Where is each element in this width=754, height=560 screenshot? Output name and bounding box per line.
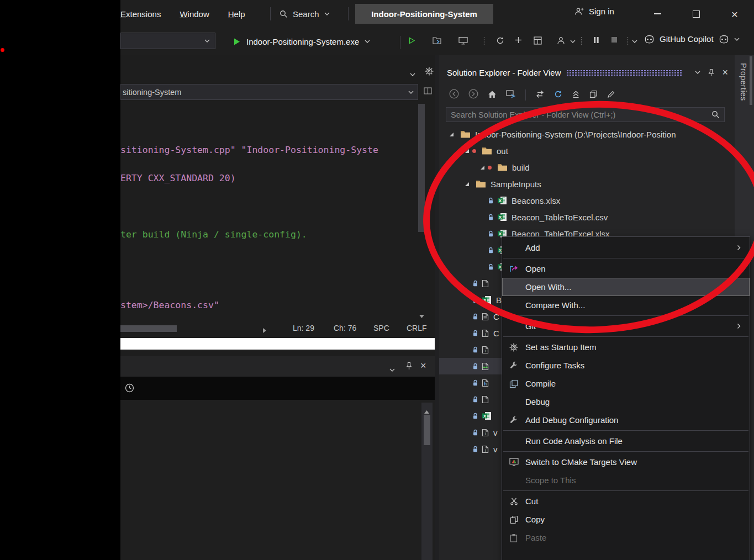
svg-text:X: X	[499, 198, 502, 203]
submenu-arrow-icon	[737, 323, 741, 329]
menu-item-label: Compare With...	[525, 300, 750, 310]
chevron-down-icon[interactable]	[632, 40, 637, 43]
horizontal-scrollbar-thumb[interactable]	[120, 325, 177, 332]
close-icon[interactable]: ×	[420, 360, 426, 372]
panel-scrollbar[interactable]	[421, 403, 433, 560]
collapse-all-icon[interactable]	[572, 90, 580, 101]
expander-icon[interactable]	[447, 132, 456, 137]
menu-item-add-debug-configuration[interactable]: Add Debug Configuration	[502, 411, 750, 429]
menu-item-compile[interactable]: Compile	[502, 374, 750, 393]
solution-explorer-search[interactable]	[446, 107, 725, 122]
menu-item-debug[interactable]: Debug	[502, 393, 750, 411]
monitor-icon[interactable]	[458, 36, 468, 45]
menu-item-run-code-analysis-on-file[interactable]: Run Code Analysis on File	[502, 432, 750, 450]
tree-item-beacons-xlsx[interactable]: XBeacons.xlsx	[439, 192, 735, 209]
menu-item-git[interactable]: Git	[502, 317, 750, 335]
add-icon[interactable]	[515, 36, 522, 44]
svg-text:X: X	[499, 215, 502, 220]
toolbar-grip[interactable]	[580, 36, 583, 46]
tree-item-build[interactable]: build	[439, 159, 735, 176]
chevron-down-icon[interactable]	[570, 40, 576, 43]
show-all-files-icon[interactable]	[589, 90, 598, 101]
github-copilot-button[interactable]: GitHub Copilot	[644, 34, 740, 44]
pin-icon[interactable]	[708, 68, 715, 77]
toolbar-grip[interactable]	[626, 36, 630, 46]
menu-item-switch-to-cmake-targets-view[interactable]: Switch to CMake Targets View	[502, 453, 750, 471]
panel-scrollbar-thumb[interactable]	[424, 415, 430, 445]
minimize-button[interactable]	[638, 0, 677, 28]
tree-item-label: Beacons.xlsx	[512, 196, 560, 205]
tree-item-indoor-positioning-system-d-projects-indoor-position[interactable]: Indoor-Positioning-System (D:\Projects\I…	[439, 126, 735, 142]
pause-icon[interactable]	[593, 36, 599, 44]
package-icon[interactable]	[534, 36, 542, 45]
titlebar-divider	[348, 7, 349, 20]
clock-icon[interactable]	[125, 383, 134, 395]
editor-dropdown-icon[interactable]	[410, 68, 415, 78]
expander-icon[interactable]	[478, 165, 487, 170]
drag-dots-decoration	[566, 69, 682, 76]
search-input[interactable]	[446, 110, 711, 120]
close-button[interactable]: ×	[715, 0, 754, 28]
menu-item-label: Debug	[525, 397, 750, 406]
refresh-icon[interactable]	[496, 36, 504, 45]
run-button[interactable]: Indoor-Positioning-System.exe	[233, 33, 370, 50]
menu-item-cut[interactable]: Cut	[502, 492, 750, 510]
maximize-button[interactable]	[677, 0, 715, 28]
menu-item-configure-tasks[interactable]: Configure Tasks	[502, 356, 750, 374]
home-icon[interactable]	[488, 90, 497, 101]
tab-properties[interactable]: Properties	[739, 63, 748, 101]
menu-window[interactable]: Window	[180, 9, 209, 19]
expander-icon[interactable]	[462, 182, 471, 187]
red-dot-annotation	[1, 48, 4, 52]
menu-extensions[interactable]: Extensions	[120, 9, 161, 19]
panel-dropdown-icon[interactable]	[695, 71, 700, 74]
toolbar-grip[interactable]	[483, 36, 486, 46]
scroll-down-icon[interactable]	[419, 310, 424, 320]
switch-views-icon[interactable]	[535, 90, 545, 101]
search-label: Search	[293, 9, 319, 19]
refresh-icon[interactable]	[554, 90, 562, 101]
close-icon[interactable]: ×	[722, 67, 728, 78]
chevron-down-icon	[204, 39, 210, 43]
menu-item-copy[interactable]: Copy	[502, 510, 750, 529]
sync-with-active-document-icon[interactable]	[506, 89, 516, 101]
column-indicator[interactable]: Ch: 76	[334, 324, 356, 332]
menu-item-add[interactable]: Add	[502, 239, 750, 257]
tree-item-sampleinputs[interactable]: SampleInputs	[439, 176, 735, 192]
scroll-right-icon[interactable]	[263, 326, 266, 335]
menu-item-compare-with[interactable]: Compare With...	[502, 296, 750, 314]
panel-scrollbar-thumb[interactable]	[750, 56, 752, 105]
editor-settings-gear-icon[interactable]	[425, 67, 434, 78]
tree-item-beacon-tabletoexcel-csv[interactable]: XBeacon_TableToExcel.csv	[439, 209, 735, 225]
output-panel-content[interactable]	[120, 400, 435, 560]
expander-icon[interactable]	[462, 149, 471, 154]
code-editor[interactable]: sitioning-System sitioning-System.cpp" "…	[120, 55, 435, 350]
person-icon[interactable]	[557, 36, 565, 45]
configuration-dropdown[interactable]	[120, 33, 215, 49]
back-icon[interactable]	[449, 89, 459, 101]
pin-icon[interactable]	[405, 362, 413, 372]
tree-item-label: out	[497, 146, 508, 156]
menu-help[interactable]: Help	[228, 9, 245, 19]
folder-arrow-icon[interactable]	[433, 36, 442, 45]
sign-in-button[interactable]: Sign in	[574, 7, 614, 16]
spaces-indicator[interactable]: SPC	[373, 324, 389, 332]
start-without-debugging-icon[interactable]	[408, 36, 416, 45]
line-indicator[interactable]: Ln: 29	[293, 324, 314, 332]
solution-explorer-header[interactable]: Solution Explorer - Folder View ×	[439, 63, 735, 82]
forward-icon[interactable]	[468, 89, 478, 101]
navbar-side-icon[interactable]	[424, 87, 432, 97]
panel-dropdown-icon[interactable]	[389, 364, 395, 374]
git-modified-dot	[488, 166, 492, 170]
gear-icon	[502, 343, 525, 352]
navigation-dropdown[interactable]: sitioning-System	[120, 84, 418, 100]
tree-item-out[interactable]: out	[439, 142, 735, 159]
vertical-splitter[interactable]	[435, 55, 439, 560]
titlebar-search[interactable]: Search	[280, 4, 330, 23]
line-ending-indicator[interactable]: CRLF	[407, 324, 427, 332]
pencil-icon[interactable]	[607, 90, 615, 101]
menu-item-open[interactable]: Open	[502, 260, 750, 278]
menu-item-open-with[interactable]: Open With...	[502, 278, 750, 296]
menu-item-set-as-startup-item[interactable]: Set as Startup Item	[502, 338, 750, 356]
editor-scrollbar-thumb[interactable]	[418, 104, 425, 232]
